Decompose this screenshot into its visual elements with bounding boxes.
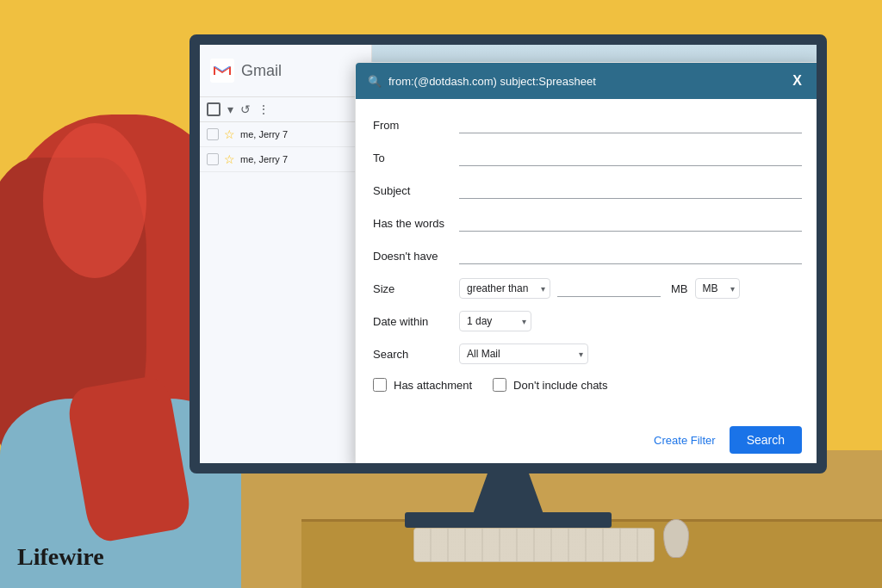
doesnt-have-label: Doesn't have (373, 250, 459, 263)
dialog-footer: Create Filter Search (356, 419, 819, 467)
dont-include-chats-checkbox[interactable] (493, 378, 506, 392)
size-unit-wrapper: MB KB GB (695, 278, 740, 299)
search-scope-wrapper: All Mail Inbox Starred Sent Mail Drafts … (459, 344, 588, 364)
keyboard (413, 528, 655, 562)
gmail-title-text: Gmail (241, 62, 282, 80)
search-scope-select[interactable]: All Mail Inbox Starred Sent Mail Drafts … (459, 344, 588, 364)
more-options-icon[interactable]: ⋮ (258, 102, 270, 116)
refresh-icon[interactable]: ↺ (240, 102, 251, 116)
dropdown-arrow-icon[interactable]: ▾ (227, 102, 233, 116)
screen-background: Gmail ▾ ↺ ⋮ ☆ me, Jerry 7 ☆ me, Jerry 7 (200, 45, 817, 463)
size-comparison-wrapper: greather than less than (459, 278, 550, 299)
to-label: To (373, 152, 459, 164)
dont-include-chats-item: Don't include chats (493, 378, 607, 392)
search-scope-label: Search (373, 348, 459, 361)
search-icon: 🔍 (368, 75, 382, 88)
dialog-close-button[interactable]: X (787, 71, 807, 90)
size-unit-label: MB (671, 282, 688, 295)
email-checkbox-2[interactable] (207, 153, 219, 165)
monitor-container: Gmail ▾ ↺ ⋮ ☆ me, Jerry 7 ☆ me, Jerry 7 (189, 34, 844, 542)
email-checkbox-1[interactable] (207, 128, 219, 140)
size-label: Size (373, 282, 459, 295)
size-row: Size greather than less than MB (373, 276, 802, 300)
size-select-group: greather than less than MB MB KB GB (459, 278, 802, 299)
date-within-wrapper: 1 day 3 days 1 week 2 weeks 1 month 6 mo… (459, 311, 531, 331)
from-input[interactable] (459, 116, 802, 133)
from-row: From (373, 113, 802, 137)
keyboard-keys-texture (414, 529, 654, 561)
star-icon-1[interactable]: ☆ (224, 127, 235, 141)
date-within-row: Date within 1 day 3 days 1 week 2 weeks … (373, 309, 802, 333)
dialog-query-text: from:(@dotdash.com) subject:Spreasheet (388, 75, 596, 88)
subject-label: Subject (373, 184, 459, 197)
gmail-logo-area: Gmail (200, 45, 371, 97)
email-toolbar: ▾ ↺ ⋮ (200, 97, 371, 122)
size-value-input[interactable] (557, 280, 661, 297)
monitor-screen: Gmail ▾ ↺ ⋮ ☆ me, Jerry 7 ☆ me, Jerry 7 (189, 34, 827, 473)
search-button[interactable]: Search (730, 426, 802, 454)
email-item-1[interactable]: ☆ me, Jerry 7 (200, 122, 371, 147)
has-words-row: Has the words (373, 211, 802, 235)
has-attachment-label[interactable]: Has attachment (394, 379, 472, 392)
subject-input[interactable] (459, 182, 802, 199)
dialog-header: 🔍 from:(@dotdash.com) subject:Spreasheet… (356, 63, 819, 99)
search-dialog: 🔍 from:(@dotdash.com) subject:Spreasheet… (355, 62, 820, 468)
date-within-select[interactable]: 1 day 3 days 1 week 2 weeks 1 month 6 mo… (459, 311, 531, 331)
dialog-body: From To Subject Has the wo (356, 99, 819, 419)
search-scope-row: Search All Mail Inbox Starred Sent Mail … (373, 342, 802, 366)
email-sender-1: me, Jerry 7 (240, 129, 288, 139)
monitor-base (405, 512, 612, 528)
hair-highlight (43, 123, 146, 278)
dont-include-chats-label[interactable]: Don't include chats (513, 379, 607, 392)
create-filter-link[interactable]: Create Filter (654, 434, 716, 447)
subject-row: Subject (373, 178, 802, 202)
gmail-m-logo (210, 59, 234, 83)
checkbox-row: Has attachment Don't include chats (373, 374, 802, 392)
from-label: From (373, 119, 459, 132)
has-attachment-checkbox[interactable] (373, 378, 387, 392)
to-input[interactable] (459, 149, 802, 166)
doesnt-have-row: Doesn't have (373, 244, 802, 268)
email-sender-2: me, Jerry 7 (240, 154, 288, 164)
monitor-stand (457, 473, 560, 517)
to-row: To (373, 145, 802, 170)
select-all-checkbox[interactable] (207, 102, 220, 116)
size-comparison-select[interactable]: greather than less than (459, 278, 550, 299)
gmail-sidebar: Gmail ▾ ↺ ⋮ ☆ me, Jerry 7 ☆ me, Jerry 7 (200, 45, 372, 463)
dialog-search-bar: 🔍 from:(@dotdash.com) subject:Spreasheet (368, 75, 787, 88)
mouse (663, 519, 689, 558)
email-item-2[interactable]: ☆ me, Jerry 7 (200, 147, 371, 172)
has-words-label: Has the words (373, 217, 459, 230)
date-within-label: Date within (373, 315, 459, 328)
lifewire-brand: Lifewire (17, 543, 104, 571)
doesnt-have-input[interactable] (459, 247, 802, 264)
has-words-input[interactable] (459, 214, 802, 232)
star-icon-2[interactable]: ☆ (224, 152, 235, 166)
has-attachment-item: Has attachment (373, 378, 472, 392)
size-unit-select[interactable]: MB KB GB (695, 278, 740, 299)
